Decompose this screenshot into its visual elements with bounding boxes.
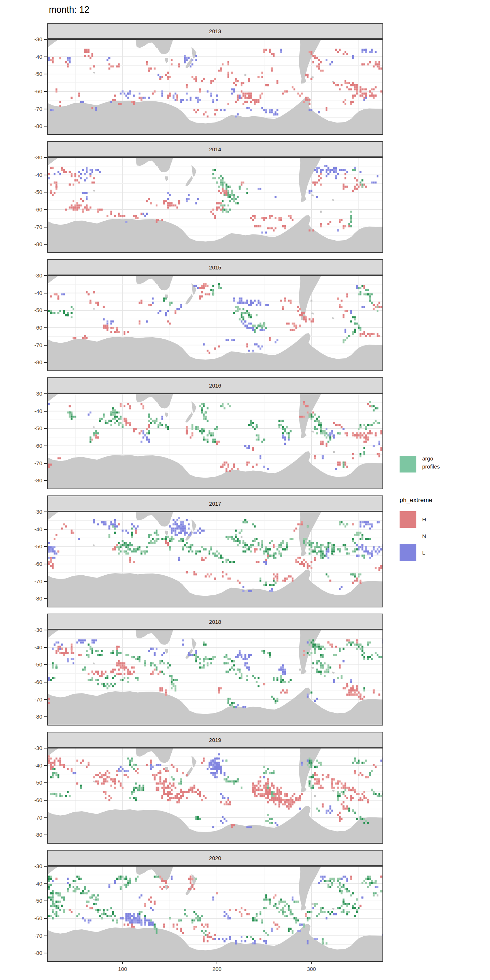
land-polygon xyxy=(299,39,321,83)
land-polygon xyxy=(135,275,173,291)
y-tick-mark xyxy=(44,428,47,429)
map-svg-2019 xyxy=(47,748,383,844)
facet-strip-label: 2015 xyxy=(209,264,221,270)
y-tick-label: -60 xyxy=(28,561,42,567)
land-polygon xyxy=(135,630,173,645)
facet-strip-label: 2016 xyxy=(209,382,221,389)
y-tick-label: -40 xyxy=(28,54,42,60)
page-title: month: 12 xyxy=(49,5,89,15)
land-polygon xyxy=(47,748,58,757)
x-tick-label: 100 xyxy=(111,966,134,972)
y-tick-label: -70 xyxy=(28,815,42,821)
facet-strip-2014: 2014 xyxy=(47,141,383,157)
y-tick-label: -40 xyxy=(28,762,42,768)
facet-strip-2018: 2018 xyxy=(47,614,383,630)
land-polygon xyxy=(135,157,173,172)
land-polygon xyxy=(47,866,58,875)
map-panel-2014 xyxy=(47,157,383,253)
x-tick-mark xyxy=(311,962,312,964)
land-polygon xyxy=(47,924,383,962)
y-tick-mark xyxy=(44,275,47,276)
land-polygon xyxy=(135,512,173,527)
y-tick-mark xyxy=(44,39,47,40)
y-tick-mark xyxy=(44,866,47,867)
y-tick-label: -50 xyxy=(28,425,42,431)
y-tick-mark xyxy=(44,57,47,57)
y-tick-mark xyxy=(44,581,47,582)
map-panel-2019 xyxy=(47,748,383,844)
y-tick-mark xyxy=(44,783,47,783)
x-tick-mark xyxy=(216,962,217,964)
land-polygon xyxy=(47,512,58,520)
land-polygon xyxy=(135,39,173,54)
y-tick-mark xyxy=(44,445,47,446)
land-polygon xyxy=(47,97,383,135)
land-polygon xyxy=(191,638,196,650)
y-tick-mark xyxy=(44,818,47,818)
y-tick-mark xyxy=(44,953,47,953)
y-tick-mark xyxy=(44,835,47,835)
y-tick-label: -50 xyxy=(28,661,42,668)
map-panel-2020 xyxy=(47,866,383,962)
facet-strip-2017: 2017 xyxy=(47,495,383,512)
y-tick-mark xyxy=(44,293,47,293)
land-polygon xyxy=(165,649,168,653)
land-polygon xyxy=(165,58,168,63)
y-tick-label: -40 xyxy=(28,290,42,296)
y-tick-label: -60 xyxy=(28,442,42,449)
facet-strip-label: 2014 xyxy=(209,146,221,153)
y-tick-mark xyxy=(44,109,47,110)
land-polygon xyxy=(93,781,95,783)
y-tick-label: -50 xyxy=(28,189,42,195)
map-svg-2015 xyxy=(47,275,383,371)
y-tick-label: -30 xyxy=(28,509,42,515)
y-tick-mark xyxy=(44,74,47,75)
land-polygon xyxy=(383,748,383,755)
y-tick-label: -60 xyxy=(28,325,42,331)
y-tick-label: -60 xyxy=(28,88,42,94)
y-tick-label: -30 xyxy=(28,154,42,161)
legend-title-ph-extreme: ph_extreme xyxy=(399,496,433,504)
land-polygon xyxy=(47,39,58,48)
facet-strip-2015: 2015 xyxy=(47,259,383,275)
land-polygon xyxy=(299,157,321,202)
legend-label-h: H xyxy=(422,516,426,522)
y-tick-label: -30 xyxy=(28,863,42,869)
y-tick-mark xyxy=(44,748,47,748)
land-polygon xyxy=(47,215,383,253)
y-tick-label: -60 xyxy=(28,206,42,213)
y-tick-mark xyxy=(44,345,47,345)
map-svg-2014 xyxy=(47,157,383,253)
y-tick-mark xyxy=(44,411,47,412)
y-tick-mark xyxy=(44,227,47,228)
y-tick-label: -50 xyxy=(28,897,42,904)
map-svg-2017 xyxy=(47,512,383,608)
y-tick-mark xyxy=(44,883,47,884)
land-polygon xyxy=(191,47,196,59)
land-polygon xyxy=(135,748,173,763)
land-polygon xyxy=(191,520,196,531)
land-polygon xyxy=(47,275,58,284)
facet-strip-label: 2020 xyxy=(209,855,221,861)
y-tick-label: -80 xyxy=(28,241,42,247)
y-tick-mark xyxy=(44,765,47,766)
y-tick-label: -40 xyxy=(28,880,42,887)
land-polygon xyxy=(93,544,95,547)
land-polygon xyxy=(165,176,168,181)
y-tick-label: -70 xyxy=(28,578,42,584)
y-tick-label: -50 xyxy=(28,307,42,313)
map-panel-2018 xyxy=(47,630,383,725)
land-polygon xyxy=(383,630,383,636)
legend-key-argo xyxy=(399,456,416,473)
y-tick-mark xyxy=(44,664,47,665)
y-tick-label: -40 xyxy=(28,408,42,414)
y-tick-label: -40 xyxy=(28,644,42,651)
y-tick-label: -80 xyxy=(28,713,42,720)
y-tick-mark xyxy=(44,546,47,547)
land-polygon xyxy=(47,630,58,638)
y-tick-mark xyxy=(44,699,47,700)
land-polygon xyxy=(383,512,383,519)
y-tick-label: -60 xyxy=(28,679,42,685)
y-tick-label: -70 xyxy=(28,460,42,466)
map-svg-2020 xyxy=(47,866,383,962)
